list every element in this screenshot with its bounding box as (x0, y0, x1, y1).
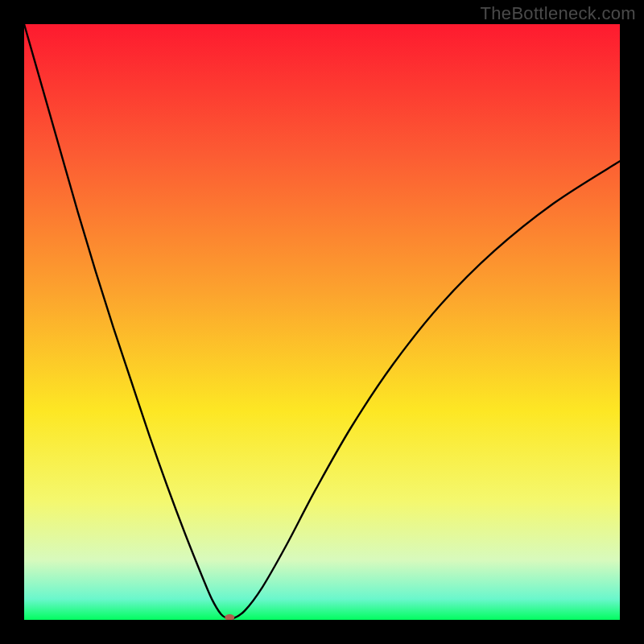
watermark-text: TheBottleneck.com (481, 3, 636, 24)
plot-area (24, 24, 620, 620)
bottleneck-chart (24, 24, 620, 620)
gradient-background (24, 24, 620, 620)
chart-frame: TheBottleneck.com (0, 0, 644, 644)
